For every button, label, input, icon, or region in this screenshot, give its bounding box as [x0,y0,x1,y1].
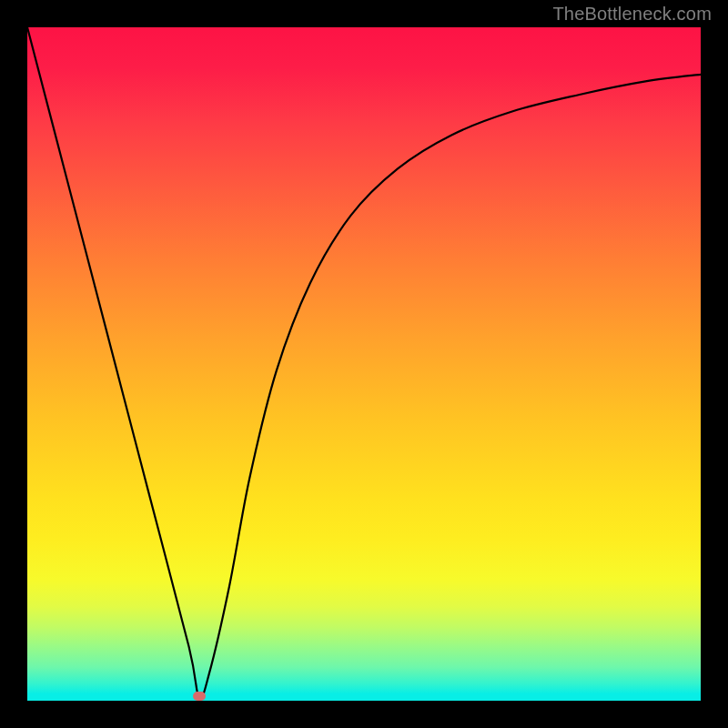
plot-area [27,27,701,701]
chart-frame: TheBottleneck.com [0,0,728,728]
line-chart [27,27,701,701]
data-marker [193,692,206,701]
bottleneck-curve-path [27,27,701,698]
watermark-text: TheBottleneck.com [552,4,712,25]
